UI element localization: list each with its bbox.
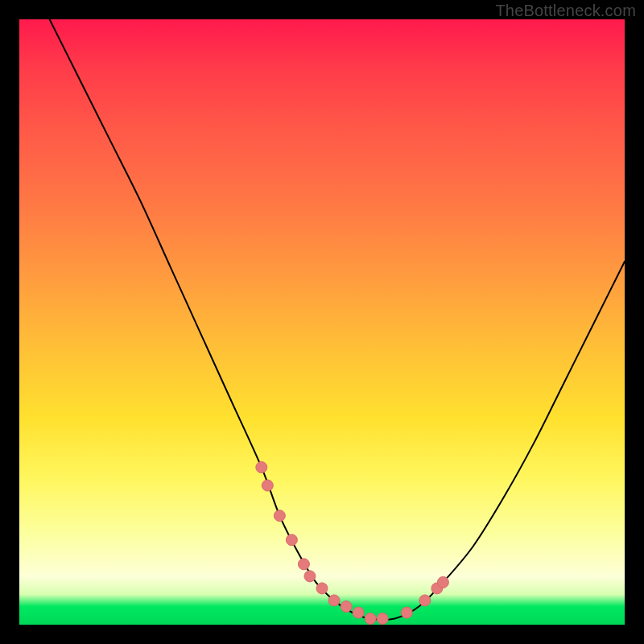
marker-dot	[256, 461, 267, 473]
curve-layer	[50, 19, 625, 620]
marker-dot	[316, 583, 328, 594]
marker-dot	[328, 595, 340, 606]
marker-dot	[437, 576, 448, 588]
marker-dot	[341, 601, 352, 612]
marker-dot	[286, 535, 297, 546]
marker-dots	[256, 461, 449, 624]
marker-dot	[262, 480, 273, 491]
marker-dot	[401, 607, 412, 618]
chart-svg	[19, 19, 625, 625]
chart-frame: TheBottleneck.com	[0, 0, 644, 644]
marker-dot	[377, 613, 388, 624]
marker-dot	[298, 559, 309, 570]
marker-dot	[353, 607, 364, 618]
marker-dot	[304, 571, 316, 582]
marker-dot	[274, 510, 285, 522]
marker-dot	[419, 595, 431, 606]
bottleneck-curve	[50, 19, 625, 620]
marker-dot	[365, 613, 376, 624]
watermark-text: TheBottleneck.com	[495, 2, 636, 20]
plot-area	[19, 19, 625, 625]
